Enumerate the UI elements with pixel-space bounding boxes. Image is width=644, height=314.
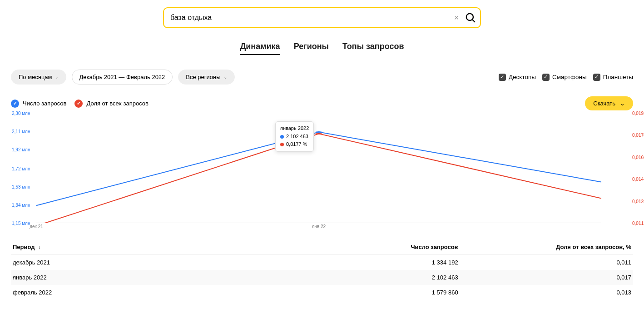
date-range-label: Декабрь 2021 — Февраль 2022 [79, 74, 165, 80]
y-left-tick: 1,15 млн [12, 221, 30, 226]
tooltip-value-share: 0,0177 % [286, 141, 307, 147]
chevron-down-icon: ⌄ [55, 75, 59, 80]
cell-count: 1 579 860 [285, 289, 458, 296]
cell-count: 2 102 463 [285, 274, 458, 281]
chevron-down-icon: ⌄ [223, 75, 227, 80]
y-right-tick: 0,0192 % [632, 111, 644, 116]
cell-count: 1 334 192 [285, 259, 458, 266]
check-icon: ✓ [499, 74, 506, 81]
clear-icon[interactable]: × [451, 12, 462, 23]
sort-down-icon: ↓ [38, 244, 41, 250]
tooltip-value-queries: 2 102 463 [286, 134, 308, 139]
cell-period: январь 2022 [13, 274, 285, 281]
x-axis: дек 21янв 22 [36, 224, 601, 231]
checkbox-smartphones[interactable]: ✓Смартфоны [542, 74, 587, 81]
tab-regions[interactable]: Регионы [294, 42, 329, 55]
filter-controls: По месяцам ⌄ Декабрь 2021 — Февраль 2022… [11, 70, 235, 85]
checkbox-smartphones-label: Смартфоны [552, 74, 587, 80]
search-icon[interactable] [465, 12, 476, 24]
checkbox-tablets-label: Планшеты [603, 74, 633, 80]
legend-share-label: Доля от всех запросов [86, 100, 148, 107]
data-table: Период ↓ Число запросов Доля от всех зап… [11, 239, 633, 300]
svg-point-3 [316, 131, 322, 133]
table-row: январь 20222 102 4630,017 [11, 270, 633, 285]
tabs-nav: Динамика Регионы Топы запросов [0, 42, 644, 55]
svg-point-4 [316, 133, 322, 135]
y-left-tick: 2,30 млн [12, 111, 30, 116]
legend-share[interactable]: ✓ Доля от всех запросов [74, 100, 148, 108]
period-type-label: По месяцам [19, 74, 52, 80]
region-dropdown[interactable]: Все регионы ⌄ [178, 70, 234, 85]
dot-icon [280, 143, 284, 146]
y-right-tick: 0,0160 [632, 155, 644, 159]
x-tick: янв 22 [312, 224, 326, 229]
download-label: Скачать [593, 100, 615, 107]
y-right-tick: 0,0176 [632, 133, 644, 138]
legend-queries[interactable]: ✓ Число запросов [11, 100, 66, 108]
column-header-share[interactable]: Доля от всех запросов, % [458, 244, 631, 250]
cell-period: декабрь 2021 [13, 259, 285, 266]
search-box[interactable]: × [163, 7, 481, 28]
check-circle-icon: ✓ [11, 100, 19, 108]
column-header-period[interactable]: Период ↓ [13, 244, 285, 250]
download-button[interactable]: Скачать ⌄ [585, 96, 633, 110]
region-label: Все регионы [186, 74, 220, 80]
y-left-tick: 2,11 млн [12, 129, 30, 134]
y-left-tick: 1,92 млн [12, 147, 30, 152]
dot-icon [280, 135, 284, 139]
x-tick: дек 21 [30, 224, 43, 229]
cell-share: 0,017 [458, 274, 631, 281]
y-right-tick: 0,0144 [632, 177, 644, 182]
checkbox-tablets[interactable]: ✓Планшеты [593, 74, 633, 81]
chevron-down-icon: ⌄ [620, 100, 625, 107]
cell-period: февраль 2022 [13, 289, 285, 296]
y-right-tick: 0,0128 [632, 199, 644, 204]
checkbox-desktops[interactable]: ✓Десктопы [499, 74, 536, 81]
table-row: февраль 20221 579 8600,013 [11, 285, 633, 300]
legend-queries-label: Число запросов [23, 100, 66, 107]
table-row: декабрь 20211 334 1920,011 [11, 255, 633, 270]
date-range-dropdown[interactable]: Декабрь 2021 — Февраль 2022 [72, 70, 173, 85]
svg-point-0 [466, 14, 473, 20]
cell-share: 0,011 [458, 259, 631, 266]
check-icon: ✓ [542, 74, 550, 81]
y-left-tick: 1,34 млн [12, 203, 30, 208]
chart-legend: ✓ Число запросов ✓ Доля от всех запросов [11, 100, 149, 108]
chart-tooltip: январь 2022 2 102 463 0,0177 % [275, 121, 314, 152]
checkbox-desktops-label: Десктопы [509, 74, 536, 80]
column-header-count[interactable]: Число запросов [285, 244, 458, 250]
y-right-tick: 0,0112 [632, 221, 644, 226]
tab-dynamics[interactable]: Динамика [240, 42, 280, 55]
cell-share: 0,013 [458, 289, 631, 296]
chart-area: 1,15 млн1,34 млн1,53 млн1,72 млн1,92 млн… [11, 113, 633, 231]
device-checkboxes: ✓Десктопы ✓Смартфоны ✓Планшеты [499, 74, 633, 81]
check-icon: ✓ [593, 74, 600, 81]
column-header-period-label: Период [13, 244, 35, 250]
tooltip-header: январь 2022 [280, 125, 309, 133]
svg-line-1 [472, 20, 475, 22]
tab-tops[interactable]: Топы запросов [342, 42, 404, 55]
chart-svg[interactable] [36, 113, 601, 223]
search-input[interactable] [170, 8, 451, 27]
table-header-row: Период ↓ Число запросов Доля от всех зап… [11, 239, 633, 255]
y-left-tick: 1,53 млн [12, 184, 30, 189]
check-circle-icon: ✓ [74, 100, 83, 108]
y-left-tick: 1,72 млн [12, 166, 30, 171]
period-type-dropdown[interactable]: По месяцам ⌄ [11, 70, 66, 85]
